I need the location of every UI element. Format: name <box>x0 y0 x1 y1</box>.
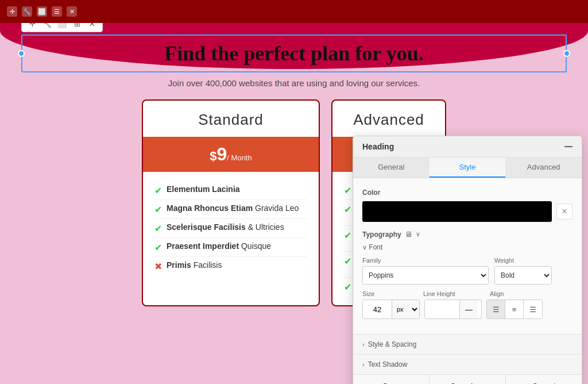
block-wrench-btn[interactable]: 🔧 <box>41 23 53 29</box>
check-icon: ✔ <box>344 230 351 241</box>
line-height-label: Line Height <box>423 290 485 297</box>
text-shadow-arrow-icon: › <box>362 361 365 368</box>
block-copy-btn[interactable]: ⬜ <box>56 23 68 29</box>
monitor-icon: 🖥 <box>405 230 412 239</box>
align-left-btn[interactable]: ☰ <box>487 300 505 318</box>
list-item: ✖ Primis Facilisis <box>154 257 307 275</box>
typography-collapse-btn[interactable]: ∨ <box>416 231 420 238</box>
text-shadow-section: › Text Shadow <box>353 354 582 374</box>
close-btn[interactable]: ✕ <box>67 6 77 17</box>
list-btn[interactable]: ☰ <box>52 6 62 17</box>
align-label: Align <box>490 290 504 297</box>
typography-label: Typography <box>362 231 401 239</box>
heading-panel: Heading General Style Advanced Color × T… <box>353 136 582 384</box>
text-align-group: ☰ ≡ ☰ <box>486 299 543 319</box>
line-height-group: — <box>424 299 482 319</box>
list-item: ✔ Elementum Lacinia <box>154 181 307 200</box>
tab-style[interactable]: Style <box>430 158 506 178</box>
panel-title: Heading <box>362 142 394 151</box>
card-features-standard: ✔ Elementum Lacinia ✔ Magna Rhoncus Etia… <box>143 172 319 285</box>
check-icon: ✔ <box>154 204 162 215</box>
subtitle-text: Join over 400,000 websites that are usin… <box>168 78 420 88</box>
card-title-standard: Standard <box>143 101 319 137</box>
card-price-standard: $9/ Month <box>143 137 319 172</box>
size-input-group: px em rem % <box>362 299 420 319</box>
block-toolbar: ✛ 🔧 ⬜ ⊞ ✕ <box>21 23 103 32</box>
style-spacing-expand[interactable]: › Style & Spacing <box>362 340 572 348</box>
resize-handle-right[interactable] <box>563 50 570 57</box>
editor-area: ✛ 🔧 ⬜ ⊞ ✕ Find the perfect plan for you.… <box>0 23 588 384</box>
line-height-unit-btn[interactable]: — <box>459 300 478 318</box>
window-bar: ✛ 🔧 ⬜ ☰ ✕ <box>0 0 588 23</box>
line-height-input[interactable] <box>425 300 459 318</box>
font-family-select[interactable]: Poppins Arial Georgia <box>362 266 489 285</box>
font-weight-select[interactable]: Bold Regular Light Black <box>494 266 552 285</box>
align-right-btn[interactable]: ☰ <box>524 300 542 318</box>
wrench-btn[interactable]: 🔧 <box>22 6 32 17</box>
save-button[interactable]: Save <box>353 375 430 384</box>
color-row: × <box>362 201 572 222</box>
font-weight-col: Weight Bold Regular Light Black <box>494 257 552 285</box>
main-heading: Find the perfect plan for you. <box>34 41 554 66</box>
text-shadow-expand[interactable]: › Text Shadow <box>362 360 572 368</box>
expand-arrow-icon: › <box>362 341 365 348</box>
pricing-card-standard: Standard $9/ Month ✔ Elementum Lacinia ✔… <box>142 99 320 306</box>
list-item: ✔ Magna Rhoncus Etiam Gravida Leo <box>154 200 307 219</box>
font-subsection-label: ∨ Font <box>362 243 572 251</box>
panel-footer: Save Save As... Cancel <box>353 374 582 384</box>
block-close-btn[interactable]: ✕ <box>86 23 98 29</box>
heading-block[interactable]: ✛ 🔧 ⬜ ⊞ ✕ Find the perfect plan for you. <box>21 34 567 72</box>
typography-row: Typography 🖥 ∨ <box>362 230 572 239</box>
check-icon: ✔ <box>344 185 351 196</box>
move-btn[interactable]: ✛ <box>7 6 17 17</box>
weight-label: Weight <box>494 257 552 264</box>
check-icon: ✔ <box>154 242 162 253</box>
unit-select[interactable]: px em rem % <box>392 300 419 318</box>
style-spacing-label: Style & Spacing <box>368 340 417 348</box>
block-expand-btn[interactable]: ⊞ <box>71 23 83 29</box>
color-swatch[interactable] <box>362 201 552 222</box>
list-item: ✔ Praesent Imperdiet Quisque <box>154 238 307 257</box>
family-label: Family <box>362 257 489 264</box>
panel-tabs: General Style Advanced <box>353 158 582 178</box>
size-label: Size <box>362 290 419 297</box>
card-title-advanced: Advanced <box>332 101 445 137</box>
check-icon: ✔ <box>344 256 351 267</box>
size-controls-row: px em rem % — ☰ ≡ ☰ <box>362 299 572 319</box>
price-amount-standard: 9 <box>217 144 227 164</box>
tab-advanced[interactable]: Advanced <box>505 158 582 178</box>
check-icon: ✔ <box>344 282 351 293</box>
cross-icon: ✖ <box>154 261 162 272</box>
panel-minimize-btn[interactable] <box>564 146 572 147</box>
panel-header: Heading <box>353 136 582 158</box>
list-item: ✔ Scelerisque Facilisis & Ultricies <box>154 219 307 238</box>
font-size-input[interactable] <box>363 300 392 318</box>
tab-general[interactable]: General <box>353 158 430 178</box>
check-icon: ✔ <box>344 204 351 215</box>
text-shadow-label: Text Shadow <box>368 360 408 368</box>
color-clear-btn[interactable]: × <box>556 203 572 220</box>
save-as-button[interactable]: Save As... <box>430 375 506 384</box>
cancel-button[interactable]: Cancel <box>506 375 582 384</box>
color-label: Color <box>362 189 572 197</box>
resize-handle-left[interactable] <box>18 50 25 57</box>
size-labels-row: Size Line Height Align <box>362 290 572 297</box>
font-family-col: Family Poppins Arial Georgia <box>362 257 489 285</box>
check-icon: ✔ <box>154 223 162 234</box>
style-spacing-section: › Style & Spacing <box>353 334 582 354</box>
font-family-weight-row: Family Poppins Arial Georgia Weight Bold… <box>362 257 572 285</box>
block-move-btn[interactable]: ✛ <box>26 23 38 29</box>
price-period-standard: / Month <box>227 153 252 162</box>
align-center-btn[interactable]: ≡ <box>505 300 524 318</box>
check-icon: ✔ <box>154 185 162 196</box>
price-dollar-standard: $ <box>210 149 216 163</box>
duplicate-btn[interactable]: ⬜ <box>37 6 47 17</box>
panel-body: Color × Typography 🖥 ∨ ∨ Font Family <box>353 178 582 334</box>
